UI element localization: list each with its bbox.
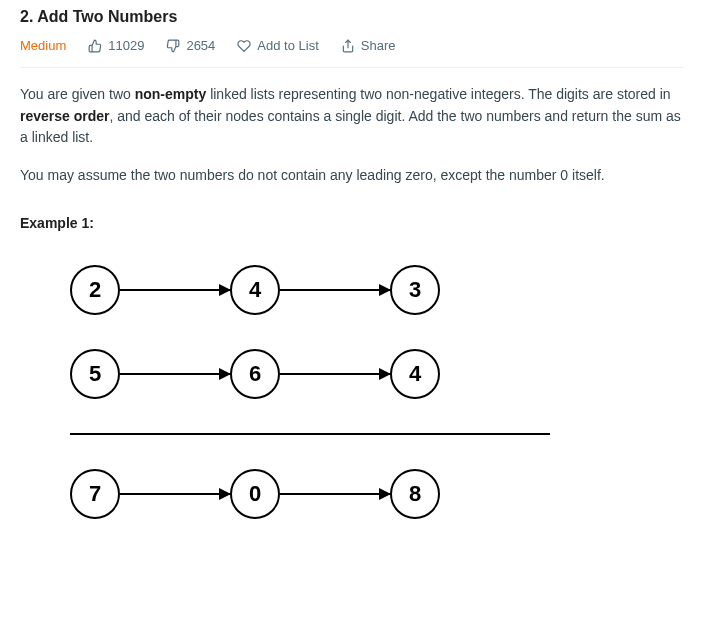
- add-to-list-label: Add to List: [257, 38, 318, 53]
- linked-list-row: 7 0 8: [70, 469, 684, 519]
- list-node: 4: [230, 265, 280, 315]
- meta-row: Medium 11029 2654 Add to List Share: [20, 38, 684, 68]
- share-button[interactable]: Share: [341, 38, 396, 53]
- list-node: 0: [230, 469, 280, 519]
- dislikes-count: 2654: [186, 38, 215, 53]
- arrow-icon: [280, 373, 390, 376]
- list-node: 7: [70, 469, 120, 519]
- likes-count: 11029: [108, 38, 144, 53]
- likes-button[interactable]: 11029: [88, 38, 144, 53]
- linked-list-row: 5 6 4: [70, 349, 684, 399]
- thumbs-down-icon: [166, 39, 180, 53]
- list-node: 6: [230, 349, 280, 399]
- dislikes-button[interactable]: 2654: [166, 38, 215, 53]
- arrow-icon: [120, 373, 230, 376]
- share-icon: [341, 39, 355, 53]
- list-node: 5: [70, 349, 120, 399]
- arrow-icon: [280, 493, 390, 496]
- arrow-icon: [280, 289, 390, 292]
- example-diagram: 2 4 3 5 6 4 7 0 8: [70, 265, 684, 519]
- difficulty-label: Medium: [20, 38, 66, 53]
- problem-description: You are given two non-empty linked lists…: [20, 84, 684, 187]
- list-node: 4: [390, 349, 440, 399]
- sum-divider: [70, 433, 550, 435]
- example-label: Example 1:: [20, 215, 684, 231]
- description-paragraph: You are given two non-empty linked lists…: [20, 84, 684, 149]
- description-paragraph: You may assume the two numbers do not co…: [20, 165, 684, 187]
- linked-list-row: 2 4 3: [70, 265, 684, 315]
- list-node: 3: [390, 265, 440, 315]
- list-node: 8: [390, 469, 440, 519]
- share-label: Share: [361, 38, 396, 53]
- thumbs-up-icon: [88, 39, 102, 53]
- heart-icon: [237, 39, 251, 53]
- list-node: 2: [70, 265, 120, 315]
- arrow-icon: [120, 493, 230, 496]
- arrow-icon: [120, 289, 230, 292]
- add-to-list-button[interactable]: Add to List: [237, 38, 318, 53]
- problem-title: 2. Add Two Numbers: [20, 8, 684, 26]
